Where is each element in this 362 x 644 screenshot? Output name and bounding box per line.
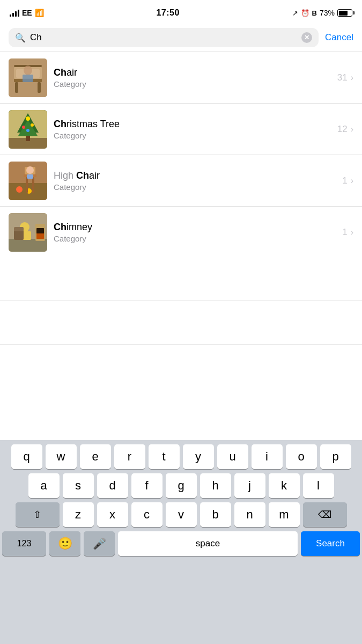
key-z[interactable]: z <box>63 502 94 527</box>
shift-key[interactable]: ⇧ <box>16 502 60 527</box>
divider-4 <box>0 301 362 301</box>
title-highlight: Ch <box>54 222 67 232</box>
result-subtitle: Category <box>54 79 331 89</box>
key-k[interactable]: k <box>269 473 300 498</box>
home-indicator-area <box>0 558 362 569</box>
title-prefix: High <box>54 170 76 181</box>
list-item[interactable]: Chimney Category 1 › <box>0 207 362 258</box>
title-highlight: Ch <box>54 67 67 78</box>
result-meta: 31 › <box>337 72 353 83</box>
key-i[interactable]: i <box>252 444 283 469</box>
svg-point-26 <box>26 166 34 174</box>
svg-rect-33 <box>14 227 24 231</box>
key-m[interactable]: m <box>269 502 300 527</box>
key-w[interactable]: w <box>46 444 77 469</box>
bluetooth-icon: B <box>312 9 317 17</box>
title-rest: imney <box>67 222 92 232</box>
result-title: High Chair <box>54 170 336 181</box>
signal-bars <box>10 9 19 17</box>
svg-point-14 <box>22 126 25 129</box>
svg-rect-36 <box>36 233 44 239</box>
thumbnail <box>9 110 47 149</box>
svg-point-16 <box>26 129 29 132</box>
cancel-button[interactable]: Cancel <box>325 32 353 43</box>
result-count: 31 <box>337 72 348 83</box>
key-s[interactable]: s <box>63 473 94 498</box>
battery-percent: 73% <box>320 9 335 17</box>
keyboard-row-4: 123 🙂 🎤 space Search <box>2 531 360 556</box>
status-left: EE 📶 <box>10 9 44 17</box>
key-d[interactable]: d <box>97 473 128 498</box>
svg-rect-8 <box>23 75 33 82</box>
result-meta: 12 › <box>337 124 353 135</box>
key-h[interactable]: h <box>200 473 231 498</box>
num-key[interactable]: 123 <box>2 531 46 556</box>
thumbnail <box>9 162 47 200</box>
mic-key[interactable]: 🎤 <box>84 531 115 556</box>
chevron-icon: › <box>351 73 353 83</box>
list-item[interactable]: Chair Category 31 › <box>0 52 362 103</box>
key-j[interactable]: j <box>234 473 265 498</box>
svg-rect-32 <box>14 230 24 240</box>
result-text: Chair Category <box>47 67 337 89</box>
title-rest: air <box>67 67 77 78</box>
result-subtitle: Category <box>54 234 336 243</box>
list-item[interactable]: Christmas Tree Category 12 › <box>0 104 362 155</box>
key-p[interactable]: p <box>320 444 351 469</box>
search-query[interactable]: Ch <box>30 32 297 43</box>
key-u[interactable]: u <box>217 444 248 469</box>
keyboard-rows: q w e r t y u i o p a s d f g h j k l ⇧ … <box>0 440 362 558</box>
search-bar-container: 🔍 Ch ✕ Cancel <box>0 24 362 52</box>
search-key[interactable]: Search <box>301 531 360 556</box>
result-meta: 1 › <box>342 175 353 186</box>
key-t[interactable]: t <box>149 444 180 469</box>
key-y[interactable]: y <box>183 444 214 469</box>
carrier-label: EE <box>22 9 32 17</box>
svg-point-15 <box>31 123 34 127</box>
keyboard-row-3: ⇧ z x c v b n m ⌫ <box>2 502 360 527</box>
clear-button[interactable]: ✕ <box>301 32 312 43</box>
key-e[interactable]: e <box>80 444 111 469</box>
chevron-icon: › <box>351 228 353 237</box>
key-l[interactable]: l <box>303 473 334 498</box>
title-highlight: Ch <box>76 170 89 181</box>
key-q[interactable]: q <box>11 444 42 469</box>
result-count: 12 <box>337 124 348 135</box>
svg-point-17 <box>26 116 30 121</box>
space-key[interactable]: space <box>118 531 298 556</box>
svg-point-20 <box>16 186 23 193</box>
key-o[interactable]: o <box>286 444 317 469</box>
delete-key[interactable]: ⌫ <box>303 502 347 527</box>
chevron-icon: › <box>351 125 353 134</box>
key-n[interactable]: n <box>234 502 265 527</box>
thumbnail <box>9 58 47 97</box>
svg-rect-4 <box>15 82 18 93</box>
search-input-wrapper[interactable]: 🔍 Ch ✕ <box>9 28 319 47</box>
chevron-icon: › <box>351 176 353 186</box>
key-x[interactable]: x <box>97 502 128 527</box>
status-right: ↗ ⏰ B 73% <box>292 9 352 17</box>
title-rest: air <box>89 170 100 181</box>
key-f[interactable]: f <box>131 473 162 498</box>
thumbnail <box>9 213 47 252</box>
result-subtitle: Category <box>54 182 336 192</box>
keyboard: q w e r t y u i o p a s d f g h j k l ⇧ … <box>0 440 362 644</box>
key-b[interactable]: b <box>200 502 231 527</box>
divider-5 <box>0 344 362 345</box>
emoji-key[interactable]: 🙂 <box>49 531 80 556</box>
svg-rect-25 <box>32 177 34 193</box>
result-title: Chair <box>54 67 331 78</box>
keyboard-row-1: q w e r t y u i o p <box>2 444 360 469</box>
key-c[interactable]: c <box>131 502 162 527</box>
time-display: 17:50 <box>156 8 179 18</box>
keyboard-row-2: a s d f g h j k l <box>2 473 360 498</box>
svg-point-7 <box>24 65 32 75</box>
key-v[interactable]: v <box>166 502 197 527</box>
status-bar: EE 📶 17:50 ↗ ⏰ B 73% <box>0 0 362 24</box>
list-item[interactable]: High Chair Category 1 › <box>0 155 362 206</box>
key-r[interactable]: r <box>114 444 145 469</box>
key-g[interactable]: g <box>166 473 197 498</box>
svg-rect-5 <box>38 82 41 93</box>
svg-rect-24 <box>26 177 28 193</box>
key-a[interactable]: a <box>28 473 60 498</box>
